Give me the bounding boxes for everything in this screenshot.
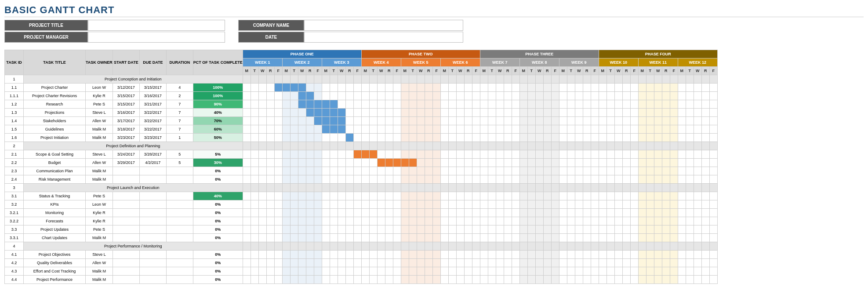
- cell-id[interactable]: 1.1: [5, 84, 24, 92]
- cell-dur[interactable]: [166, 175, 193, 184]
- cell-owner[interactable]: Leon W: [86, 84, 113, 92]
- cell-pct[interactable]: 0%: [193, 175, 243, 184]
- cell-start[interactable]: [113, 225, 139, 234]
- cell-pct[interactable]: 0%: [193, 276, 243, 284]
- cell-owner[interactable]: Leon W: [86, 200, 113, 209]
- cell-due[interactable]: [139, 200, 166, 209]
- cell-dur[interactable]: [166, 192, 193, 200]
- cell-dur[interactable]: 5: [166, 150, 193, 159]
- cell-title[interactable]: Budget: [24, 159, 86, 167]
- cell-dur[interactable]: [166, 217, 193, 225]
- cell-due[interactable]: [139, 217, 166, 225]
- cell-title[interactable]: Project Charter: [24, 84, 86, 92]
- cell-title[interactable]: Stakeholders: [24, 117, 86, 125]
- cell-id[interactable]: 3.3: [5, 225, 24, 234]
- cell-pct[interactable]: 0%: [193, 251, 243, 259]
- cell-dur[interactable]: [166, 225, 193, 234]
- cell-start[interactable]: [113, 276, 139, 284]
- cell-dur[interactable]: [166, 209, 193, 217]
- cell-due[interactable]: [139, 251, 166, 259]
- cell-id[interactable]: 4.4: [5, 276, 24, 284]
- cell-start[interactable]: 3/24/2017: [113, 150, 139, 159]
- cell-id[interactable]: 1: [5, 75, 24, 84]
- cell-title[interactable]: Project Initiation: [24, 134, 86, 142]
- cell-owner[interactable]: Kylie R: [86, 92, 113, 100]
- cell-id[interactable]: 1.6: [5, 134, 24, 142]
- cell-start[interactable]: 3/18/2017: [113, 125, 139, 134]
- section-title[interactable]: Project Definition and Planning: [24, 142, 243, 150]
- cell-start[interactable]: [113, 209, 139, 217]
- cell-pct[interactable]: 50%: [193, 134, 243, 142]
- cell-start[interactable]: [113, 251, 139, 259]
- cell-id[interactable]: 4.1: [5, 251, 24, 259]
- cell-id[interactable]: 1.1.1: [5, 92, 24, 100]
- cell-title[interactable]: Projections: [24, 109, 86, 117]
- cell-title[interactable]: Forecasts: [24, 217, 86, 225]
- cell-start[interactable]: [113, 200, 139, 209]
- cell-title[interactable]: Research: [24, 100, 86, 109]
- cell-due[interactable]: 3/15/2017: [139, 84, 166, 92]
- cell-dur[interactable]: [166, 276, 193, 284]
- cell-start[interactable]: 3/12/2017: [113, 84, 139, 92]
- date-field[interactable]: [304, 32, 463, 43]
- cell-id[interactable]: 3.1: [5, 192, 24, 200]
- cell-owner[interactable]: Malik M: [86, 276, 113, 284]
- cell-owner[interactable]: Pete S: [86, 100, 113, 109]
- cell-dur[interactable]: [166, 259, 193, 267]
- cell-owner[interactable]: Allen W: [86, 259, 113, 267]
- cell-start[interactable]: [113, 217, 139, 225]
- cell-id[interactable]: 4.2: [5, 259, 24, 267]
- cell-title[interactable]: Monitoring: [24, 209, 86, 217]
- cell-pct[interactable]: 90%: [193, 100, 243, 109]
- cell-dur[interactable]: [166, 200, 193, 209]
- cell-owner[interactable]: Allen W: [86, 159, 113, 167]
- cell-pct[interactable]: 100%: [193, 84, 243, 92]
- cell-title[interactable]: Project Objectives: [24, 251, 86, 259]
- cell-start[interactable]: 3/23/2017: [113, 134, 139, 142]
- cell-dur[interactable]: 5: [166, 159, 193, 167]
- cell-id[interactable]: 1.4: [5, 117, 24, 125]
- cell-owner[interactable]: Steve L: [86, 109, 113, 117]
- cell-title[interactable]: Status & Tracking: [24, 192, 86, 200]
- cell-dur[interactable]: 7: [166, 117, 193, 125]
- cell-pct[interactable]: 100%: [193, 92, 243, 100]
- project-title-field[interactable]: [88, 20, 225, 31]
- cell-title[interactable]: Communication Plan: [24, 167, 86, 175]
- cell-dur[interactable]: [166, 234, 193, 242]
- cell-due[interactable]: [139, 167, 166, 175]
- cell-start[interactable]: 3/15/2017: [113, 92, 139, 100]
- section-title[interactable]: Project Performance / Monitoring: [24, 242, 243, 251]
- cell-pct[interactable]: 60%: [193, 125, 243, 134]
- cell-due[interactable]: 3/21/2017: [139, 100, 166, 109]
- cell-owner[interactable]: Malik M: [86, 134, 113, 142]
- cell-pct[interactable]: 5%: [193, 150, 243, 159]
- cell-title[interactable]: Effort and Cost Tracking: [24, 267, 86, 276]
- cell-id[interactable]: 2.3: [5, 167, 24, 175]
- cell-owner[interactable]: Malik M: [86, 175, 113, 184]
- cell-due[interactable]: [139, 192, 166, 200]
- cell-due[interactable]: [139, 259, 166, 267]
- cell-start[interactable]: 3/17/2017: [113, 117, 139, 125]
- cell-dur[interactable]: 2: [166, 92, 193, 100]
- cell-due[interactable]: [139, 267, 166, 276]
- cell-id[interactable]: 1.3: [5, 109, 24, 117]
- cell-id[interactable]: 3.2: [5, 200, 24, 209]
- cell-dur[interactable]: [166, 267, 193, 276]
- cell-due[interactable]: [139, 225, 166, 234]
- cell-title[interactable]: Project Charter Revisions: [24, 92, 86, 100]
- cell-owner[interactable]: Pete S: [86, 225, 113, 234]
- cell-due[interactable]: 3/16/2017: [139, 92, 166, 100]
- cell-id[interactable]: 3.3.1: [5, 234, 24, 242]
- cell-dur[interactable]: 7: [166, 125, 193, 134]
- cell-owner[interactable]: Malik M: [86, 267, 113, 276]
- cell-dur[interactable]: 7: [166, 100, 193, 109]
- cell-pct[interactable]: 0%: [193, 267, 243, 276]
- cell-start[interactable]: [113, 234, 139, 242]
- cell-due[interactable]: 3/22/2017: [139, 117, 166, 125]
- cell-pct[interactable]: 0%: [193, 200, 243, 209]
- cell-start[interactable]: 3/16/2017: [113, 109, 139, 117]
- cell-id[interactable]: 3.2.1: [5, 209, 24, 217]
- cell-title[interactable]: Scope & Goal Setting: [24, 150, 86, 159]
- cell-due[interactable]: 3/28/2017: [139, 150, 166, 159]
- cell-pct[interactable]: 70%: [193, 117, 243, 125]
